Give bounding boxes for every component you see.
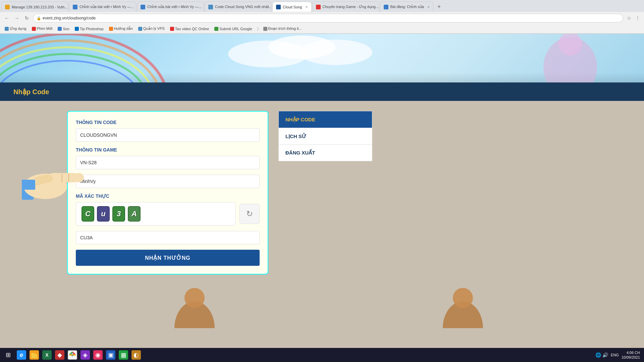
svg-point-17 bbox=[22, 177, 38, 189]
tab-manage[interactable]: Manage 139.180.213.203 - Vuth... × bbox=[1, 2, 68, 12]
windows-icon: ⊞ bbox=[6, 351, 11, 359]
taskbar-app-ie[interactable]: e bbox=[15, 349, 28, 361]
tab-label: Chỉnh sửa bài viết • Minh Vy —... bbox=[147, 5, 202, 9]
captcha-refresh-button[interactable]: ↻ bbox=[239, 204, 260, 224]
svg-rect-26 bbox=[31, 353, 35, 355]
taskbar-app-app1[interactable]: ◆ bbox=[54, 349, 66, 361]
tab-label: Manage 139.180.213.203 - Vuth... bbox=[12, 5, 68, 9]
back-button[interactable]: ← bbox=[3, 14, 11, 22]
explorer-icon bbox=[30, 350, 39, 360]
bookmark-label: Tip Photoshop bbox=[80, 27, 104, 31]
sidebar-item-dangxuat[interactable]: ĐĂNG XUẤT bbox=[278, 144, 372, 161]
taskbar-app-excel[interactable]: X bbox=[41, 349, 53, 361]
ssl-lock-icon: 🔒 bbox=[37, 16, 41, 20]
taskbar-app-app6[interactable]: ◐ bbox=[130, 349, 142, 361]
chrome-menu-icon[interactable]: ⋮ bbox=[634, 14, 641, 22]
bookmark-icon bbox=[263, 27, 267, 31]
tab-edit1[interactable]: Chỉnh sửa bài viết • Minh Vy —... × bbox=[69, 2, 136, 12]
bookmark-icon bbox=[138, 27, 142, 31]
svg-point-7 bbox=[299, 40, 372, 65]
captcha-char-a: A bbox=[128, 206, 141, 222]
bookmark-quanlyvps[interactable]: Quản lý VPS bbox=[136, 26, 167, 32]
svg-point-2 bbox=[0, 47, 154, 82]
taskbar-app-explorer[interactable] bbox=[28, 349, 40, 361]
tab-label: Bài đăng: Chỉnh sửa bbox=[390, 5, 424, 9]
taskbar-clock: 4:06 CH 10/09/2021 bbox=[622, 350, 640, 360]
code-input[interactable] bbox=[76, 128, 260, 142]
taskbar-app-app2[interactable]: ◈ bbox=[79, 349, 91, 361]
bottom-area bbox=[0, 285, 644, 328]
username-input[interactable] bbox=[76, 175, 260, 188]
taskbar-app-app5[interactable]: ▦ bbox=[117, 349, 129, 361]
tab-code[interactable]: Code Cloud Song VNG mới nhất... × bbox=[205, 2, 272, 12]
bookmark-icon bbox=[214, 27, 218, 31]
forward-button[interactable]: → bbox=[13, 14, 21, 22]
tab-close[interactable]: × bbox=[306, 5, 308, 9]
taskbar-app-app3[interactable]: ◉ bbox=[92, 349, 104, 361]
captcha-input[interactable] bbox=[76, 231, 260, 244]
date-display: 10/09/2021 bbox=[622, 355, 640, 360]
new-tab-button[interactable]: + bbox=[434, 2, 444, 12]
bookmark-photoshop[interactable]: Tip Photoshop bbox=[73, 26, 106, 32]
excel-icon: X bbox=[42, 350, 52, 360]
volume-icon: 🔊 bbox=[602, 352, 608, 358]
tab-favicon bbox=[5, 5, 10, 9]
bookmark-submiturl[interactable]: Submit URL Google bbox=[212, 26, 254, 32]
taskbar-system-icons: 🌐 🔊 bbox=[595, 352, 608, 358]
app2-icon: ◈ bbox=[80, 350, 90, 360]
bookmark-taovideo[interactable]: Tao video QC Online bbox=[168, 26, 211, 32]
toolbar-icons: ☆ ⋮ bbox=[625, 14, 641, 22]
svg-point-11 bbox=[23, 174, 67, 199]
bookmark-star-icon[interactable]: ☆ bbox=[625, 14, 633, 22]
refresh-icon: ↻ bbox=[246, 209, 253, 219]
browser-chrome: Manage 139.180.213.203 - Vuth... × Chỉnh… bbox=[0, 0, 644, 34]
submit-button[interactable]: NHẬN THƯỞNG bbox=[76, 250, 260, 266]
sidebar-item-nhapcode[interactable]: NHẬP CODE bbox=[278, 111, 372, 128]
taskbar-app-chrome[interactable] bbox=[66, 349, 78, 361]
app6-icon: ◐ bbox=[131, 350, 141, 360]
tab-favicon bbox=[384, 5, 388, 9]
tab-favicon bbox=[73, 5, 77, 9]
bookmark-huongdan[interactable]: Hướng dẫn bbox=[107, 26, 135, 32]
language-indicator: ENG bbox=[611, 353, 619, 357]
captcha-image-box: C u 3 A bbox=[76, 202, 235, 226]
captcha-char-c: C bbox=[82, 206, 94, 222]
code-section-title: THÔNG TIN CODE bbox=[76, 120, 260, 125]
bookmark-icon bbox=[32, 27, 36, 31]
bookmark-apps[interactable]: Ứng dụng bbox=[3, 26, 29, 32]
ie-icon: e bbox=[17, 350, 26, 360]
bookmark-son[interactable]: Son bbox=[56, 26, 71, 32]
tab-favicon bbox=[141, 5, 145, 9]
taskbar-right: 🌐 🔊 ENG 4:06 CH 10/09/2021 bbox=[595, 350, 643, 360]
refresh-button[interactable]: ↻ bbox=[23, 14, 31, 22]
tab-baidang[interactable]: Bài đăng: Chỉnh sửa × bbox=[380, 2, 434, 12]
form-container: THÔNG TIN CODE THÔNG TIN GAME MÃ XÁC THỰ… bbox=[67, 111, 268, 275]
network-icon: 🌐 bbox=[595, 352, 601, 358]
bookmark-phimmoi[interactable]: Phim Mới bbox=[30, 26, 55, 32]
tab-label: Chỉnh sửa bài viết • Minh Vy —... bbox=[79, 5, 134, 9]
tab-cloudsong[interactable]: Cloud Song × bbox=[272, 2, 312, 12]
game-section-title: THÔNG TIN GAME bbox=[76, 147, 260, 153]
taskbar: ⊞ e X ◆ ◈ ◉ ▣ ▦ ◐ bbox=[0, 348, 644, 362]
server-input[interactable] bbox=[76, 156, 260, 169]
bookmark-icon bbox=[5, 27, 9, 31]
bookmark-label: Submit URL Google bbox=[219, 27, 252, 31]
hero-svg bbox=[0, 34, 644, 82]
taskbar-app-app4[interactable]: ▣ bbox=[105, 349, 117, 361]
bookmark-doantrích[interactable]: Đoạn trích thông ti... bbox=[261, 26, 304, 32]
windows-start-button[interactable]: ⊞ bbox=[1, 349, 15, 361]
bookmark-label: Tao video QC Online bbox=[175, 27, 209, 31]
tab-favicon bbox=[316, 5, 321, 9]
tab-game[interactable]: Chuyên trang Game - Ứng dụng... × bbox=[312, 2, 379, 12]
captcha-char-u: u bbox=[97, 206, 110, 222]
omnibox-bar: ← → ↻ 🔒 event.zing.vn/cloudsong/code ☆ ⋮ bbox=[0, 12, 644, 24]
sidebar-item-lichsu[interactable]: LỊCH SỬ bbox=[278, 128, 372, 144]
bottom-svg bbox=[0, 285, 644, 328]
tab-edit2[interactable]: Chỉnh sửa bài viết • Minh Vy —... × bbox=[137, 2, 204, 12]
address-bar[interactable]: 🔒 event.zing.vn/cloudsong/code bbox=[33, 14, 623, 22]
bookmark-label: Đoạn trích thông ti... bbox=[268, 26, 302, 31]
tab-favicon bbox=[208, 5, 213, 9]
bookmark-label: Phim Mới bbox=[37, 26, 53, 31]
tab-close[interactable]: × bbox=[427, 5, 430, 9]
bookmark-icon bbox=[58, 27, 62, 31]
